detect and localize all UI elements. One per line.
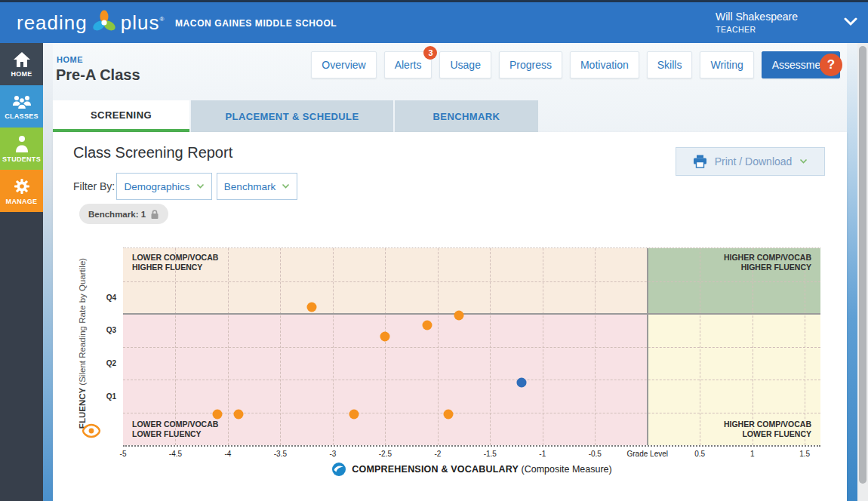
y-axis-title-bold: FLUENCY — [78, 388, 87, 429]
benchmark-dropdown[interactable]: Benchmark — [217, 173, 297, 200]
top-header: reading plus ® MACON GAINES MIDDLE SCHOO… — [0, 0, 868, 43]
sidebar-item-students[interactable]: STUDENTS — [0, 128, 43, 170]
horizontal-gridline — [123, 281, 820, 282]
chevron-down-icon — [799, 158, 808, 164]
y-axis-title-wrap: FLUENCY (Silent Reading Rate by Quartile… — [74, 247, 91, 445]
x-tick--2.5: -2.5 — [379, 450, 392, 458]
benchmark-chip[interactable]: Benchmark: 1 — [79, 204, 168, 224]
nav-tab-label: Motivation — [580, 59, 629, 71]
x-tick--2: -2 — [434, 450, 441, 458]
nav-tab-label: Overview — [322, 59, 365, 71]
nav-tab-label: Usage — [450, 59, 480, 71]
sidebar-item-label: HOME — [11, 70, 32, 78]
nav-tab-label: Alerts — [395, 59, 422, 71]
nav-tab-writing[interactable]: Writing — [700, 51, 753, 78]
plot-area: LOWER COMP/VOCABHIGHER FLUENCYHIGHER COM… — [123, 247, 820, 445]
gear-icon — [13, 177, 31, 195]
sidebar-item-classes[interactable]: CLASSES — [0, 85, 43, 128]
nav-tab-skills[interactable]: Skills — [647, 51, 693, 78]
chevron-down-icon — [282, 183, 290, 189]
quadrant-label-top-right: HIGHER COMP/VOCABHIGHER FLUENCY — [724, 253, 811, 272]
sidebar-item-manage[interactable]: MANAGE — [0, 170, 43, 212]
user-role: TEACHER — [716, 25, 798, 34]
scrollbar-thumb[interactable] — [859, 46, 866, 484]
nav-tab-alerts[interactable]: Alerts3 — [384, 51, 432, 78]
sidebar: HOME CLASSES STUDENTS — [0, 43, 43, 501]
sidebar-item-home[interactable]: HOME — [0, 43, 43, 85]
help-button[interactable]: ? — [820, 54, 842, 76]
nav-tab-overview[interactable]: Overview — [311, 51, 376, 78]
print-download-label: Print / Download — [715, 155, 793, 168]
data-point-8[interactable] — [349, 409, 359, 419]
user-menu-chevron-down-icon[interactable] — [844, 17, 857, 26]
nav-tab-progress[interactable]: Progress — [499, 51, 562, 78]
horizontal-gridline — [123, 380, 820, 380]
page-title: Pre-A Class — [56, 66, 140, 84]
nav-tab-motivation[interactable]: Motivation — [570, 51, 639, 78]
data-point-1[interactable] — [307, 303, 317, 312]
reading-plus-logo[interactable]: reading plus ® — [17, 9, 165, 36]
data-point-9[interactable] — [443, 409, 453, 419]
data-point-7[interactable] — [233, 409, 243, 419]
quartile-label-q3: Q3 — [106, 326, 116, 334]
chevron-down-icon — [196, 183, 205, 189]
sidebar-item-label: CLASSES — [5, 112, 38, 120]
data-point-4[interactable] — [380, 332, 390, 342]
x-tick--3: -3 — [329, 450, 336, 458]
comprehension-icon — [331, 462, 346, 477]
nav-tab-label: Progress — [509, 59, 552, 71]
user-menu[interactable]: Will Shakespeare TEACHER — [716, 11, 798, 34]
x-tick--1: -1 — [539, 450, 546, 458]
nav-tab-label: Writing — [710, 59, 743, 71]
sub-tab-benchmark[interactable]: BENCHMARK — [395, 100, 538, 132]
lock-icon — [150, 209, 159, 220]
fluency-divider — [123, 313, 820, 315]
x-tick-1.5: 1.5 — [799, 450, 810, 458]
nav-tab-usage[interactable]: Usage — [439, 51, 491, 78]
reading-plus-swirl-icon — [91, 9, 118, 36]
benchmark-chip-label: Benchmark: 1 — [88, 210, 146, 219]
nav-tabs: OverviewAlerts3UsageProgressMotivationSk… — [311, 51, 840, 78]
data-point-2[interactable] — [454, 311, 463, 321]
report-title: Class Screening Report — [73, 144, 232, 161]
y-axis-title: FLUENCY (Silent Reading Rate by Quartile… — [78, 253, 87, 434]
nav-tab-label: Skills — [657, 59, 682, 71]
sub-tab-placement-schedule[interactable]: PLACEMENT & SCHEDULE — [191, 100, 393, 132]
demographics-dropdown-label: Demographics — [124, 181, 189, 192]
students-icon — [14, 135, 30, 153]
print-download-button[interactable]: Print / Download — [676, 147, 825, 176]
x-axis: -5-4.5-4-3.5-3-2.5-2-1.5-1-0.5Grade Leve… — [123, 445, 820, 457]
x-tick-0.5: 0.5 — [694, 450, 705, 458]
grade-level-divider — [647, 248, 648, 445]
x-tick--1.5: -1.5 — [484, 450, 497, 458]
demographics-dropdown[interactable]: Demographics — [116, 173, 212, 200]
data-point-3[interactable] — [422, 321, 432, 330]
breadcrumb[interactable]: HOME — [57, 55, 83, 64]
left-edge-gradient — [43, 43, 53, 501]
quartile-label-q1: Q1 — [106, 392, 116, 400]
quadrant-label-line: LOWER COMP/VOCAB — [132, 253, 218, 263]
home-icon — [13, 51, 31, 68]
classes-icon — [11, 94, 32, 110]
quadrant-label-line: HIGHER FLUENCY — [132, 263, 218, 272]
quadrant-label-line: HIGHER COMP/VOCAB — [724, 253, 811, 263]
school-name: MACON GAINES MIDDLE SCHOOL — [175, 18, 337, 29]
logo-word-reading: reading — [17, 11, 88, 35]
alerts-badge: 3 — [423, 46, 437, 60]
x-axis-title: COMPREHENSION & VOCABULARY (Composite Me… — [123, 462, 820, 477]
horizontal-gridline — [123, 347, 820, 348]
quadrant-label-top-left: LOWER COMP/VOCABHIGHER FLUENCY — [132, 253, 218, 272]
data-point-5[interactable] — [517, 378, 527, 388]
quartile-axis-labels: Q4Q3Q2Q1 — [97, 247, 119, 445]
x-axis-title-rest: (Composite Measure) — [522, 464, 612, 475]
y-axis-title-rest: (Silent Reading Rate by Quartile) — [78, 258, 87, 386]
vertical-scrollbar[interactable] — [857, 43, 868, 501]
sub-tab-screening[interactable]: SCREENING — [53, 100, 189, 132]
user-name: Will Shakespeare — [716, 11, 798, 23]
data-point-6[interactable] — [213, 409, 223, 419]
quadrant-label-line: HIGHER FLUENCY — [724, 263, 811, 272]
quadrant-label-bottom-right: HIGHER COMP/VOCABLOWER FLUENCY — [724, 420, 811, 439]
x-axis-title-bold: COMPREHENSION & VOCABULARY — [352, 464, 519, 475]
quadrant-label-line: HIGHER COMP/VOCAB — [724, 420, 811, 429]
sidebar-item-label: STUDENTS — [2, 155, 41, 163]
